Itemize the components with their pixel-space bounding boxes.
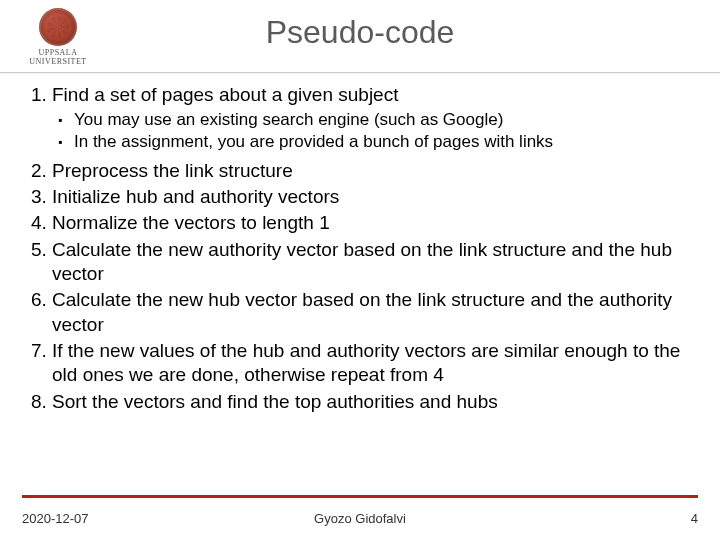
- list-item: If the new values of the hub and authori…: [52, 339, 696, 388]
- list-item: Calculate the new hub vector based on th…: [52, 288, 696, 337]
- slide: UPPSALA UNIVERSITET Pseudo-code Find a s…: [0, 0, 720, 540]
- list-item: Normalize the vectors to length 1: [52, 211, 696, 235]
- footer-divider: [22, 495, 698, 498]
- list-item: Initialize hub and authority vectors: [52, 185, 696, 209]
- sub-item: In the assignment, you are provided a bu…: [74, 131, 696, 153]
- pseudo-code-list: Find a set of pages about a given subjec…: [24, 83, 696, 414]
- footer-author: Gyozo Gidofalvi: [22, 511, 698, 526]
- slide-header: UPPSALA UNIVERSITET Pseudo-code: [0, 0, 720, 73]
- sub-item: You may use an existing search engine (s…: [74, 109, 696, 131]
- slide-content: Find a set of pages about a given subjec…: [0, 73, 720, 414]
- slide-title: Pseudo-code: [0, 14, 720, 51]
- sub-list: You may use an existing search engine (s…: [52, 109, 696, 153]
- list-item: Sort the vectors and find the top author…: [52, 390, 696, 414]
- slide-footer: 2020-12-07 Gyozo Gidofalvi 4: [22, 511, 698, 526]
- step-text: Find a set of pages about a given subjec…: [52, 84, 398, 105]
- list-item: Calculate the new authority vector based…: [52, 238, 696, 287]
- list-item: Preprocess the link structure: [52, 159, 696, 183]
- list-item: Find a set of pages about a given subjec…: [52, 83, 696, 153]
